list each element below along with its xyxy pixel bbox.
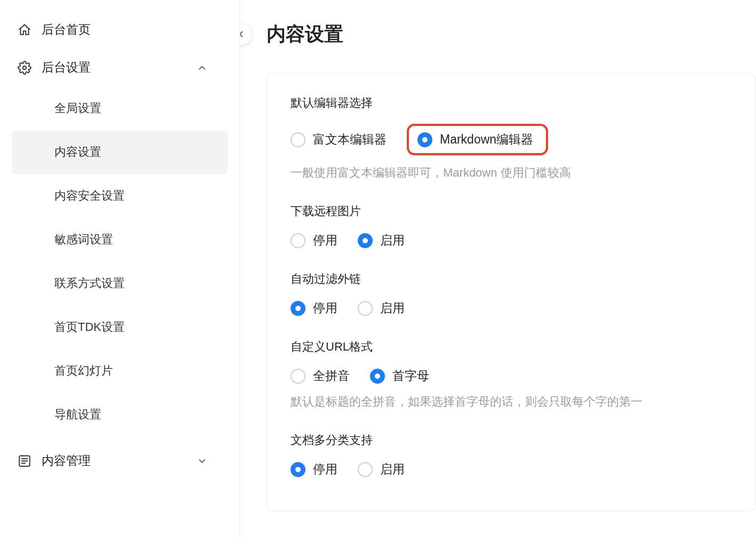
section-hint: 默认是标题的全拼音，如果选择首字母的话，则会只取每个字的第一: [291, 394, 732, 410]
section-title: 默认编辑器选择: [291, 95, 732, 111]
radio-icon: [358, 233, 373, 248]
radio-markdown-editor[interactable]: Markdown编辑器: [417, 131, 533, 148]
radio-remote-img-on[interactable]: 启用: [358, 232, 405, 249]
radio-label: 富文本编辑器: [313, 131, 387, 148]
radio-label: Markdown编辑器: [440, 131, 533, 148]
sidebar-item-label: 导航设置: [54, 408, 101, 421]
radio-icon: [370, 369, 385, 384]
radio-url-pinyin[interactable]: 全拼音: [291, 368, 350, 384]
radio-icon: [291, 132, 305, 147]
radio-icon: [291, 233, 305, 248]
section-title: 自动过滤外链: [291, 271, 732, 287]
sidebar-item-home[interactable]: 后台首页: [0, 11, 239, 49]
highlight-annotation: Markdown编辑器: [407, 124, 548, 155]
radio-icon: [417, 132, 432, 147]
radio-url-initial[interactable]: 首字母: [370, 368, 429, 384]
sidebar-item-label: 后台设置: [42, 59, 91, 76]
sidebar-subitem-content[interactable]: 内容设置: [12, 130, 228, 174]
radio-icon: [291, 369, 305, 384]
content-area: 内容设置 默认编辑器选择 富文本编辑器 Markdown编辑器: [240, 0, 756, 540]
sidebar-sublist-settings: 全局设置 内容设置 内容安全设置 敏感词设置 联系方式设置 首页TDK设置 首页…: [0, 86, 239, 442]
section-remote-image: 下载远程图片 停用 启用: [291, 203, 732, 249]
sidebar-item-label: 首页幻灯片: [54, 364, 113, 377]
section-title: 自定义URL格式: [291, 339, 732, 355]
sidebar-item-label: 敏感词设置: [54, 233, 113, 246]
sidebar-subitem-content-security[interactable]: 内容安全设置: [12, 174, 228, 218]
radio-label: 停用: [313, 300, 337, 316]
radio-icon: [358, 301, 373, 316]
sidebar-subitem-navigation[interactable]: 导航设置: [12, 393, 228, 436]
sidebar-item-label: 内容安全设置: [54, 189, 125, 202]
radio-label: 停用: [313, 461, 337, 478]
radio-filter-on[interactable]: 启用: [358, 300, 405, 316]
radio-multicat-off[interactable]: 停用: [291, 461, 337, 478]
radio-label: 停用: [313, 232, 337, 249]
settings-card: 默认编辑器选择 富文本编辑器 Markdown编辑器 一般使用富文本编辑器即可，…: [267, 73, 756, 511]
chevron-left-icon: [240, 29, 246, 39]
radio-rich-editor[interactable]: 富文本编辑器: [291, 131, 387, 148]
sidebar-item-content-manage[interactable]: 内容管理: [0, 442, 239, 480]
list-icon: [17, 454, 32, 468]
svg-point-0: [23, 66, 27, 69]
sidebar-item-label: 内容管理: [42, 452, 91, 469]
sidebar-subitem-global[interactable]: 全局设置: [12, 86, 228, 130]
sidebar-item-label: 内容设置: [54, 145, 101, 158]
gear-icon: [17, 60, 32, 75]
section-hint: 一般使用富文本编辑器即可，Markdown 使用门槛较高: [291, 165, 732, 181]
chevron-up-icon: [197, 62, 207, 73]
section-default-editor: 默认编辑器选择 富文本编辑器 Markdown编辑器 一般使用富文本编辑器即可，…: [291, 95, 732, 181]
section-filter-links: 自动过滤外链 停用 启用: [291, 271, 732, 316]
sidebar-subitem-contact[interactable]: 联系方式设置: [12, 261, 228, 305]
section-multi-category: 文档多分类支持 停用 启用: [291, 432, 732, 478]
sidebar-subitem-home-slides[interactable]: 首页幻灯片: [12, 349, 228, 393]
home-icon: [17, 22, 32, 37]
chevron-down-icon: [197, 456, 207, 466]
radio-label: 首字母: [392, 368, 429, 384]
sidebar-item-label: 全局设置: [54, 101, 101, 115]
page-title: 内容设置: [267, 21, 756, 47]
radio-icon: [291, 462, 305, 477]
radio-label: 启用: [380, 232, 405, 249]
radio-label: 启用: [380, 461, 405, 478]
section-title: 下载远程图片: [291, 203, 732, 219]
radio-icon: [358, 462, 373, 477]
sidebar-item-label: 首页TDK设置: [54, 320, 125, 333]
radio-label: 启用: [380, 300, 405, 316]
sidebar-subitem-home-tdk[interactable]: 首页TDK设置: [12, 305, 228, 349]
sidebar-item-settings[interactable]: 后台设置: [0, 49, 239, 86]
section-url-format: 自定义URL格式 全拼音 首字母 默认是标题的全拼音，如果选择首字母的话，则会只…: [291, 339, 732, 410]
sidebar-item-label: 后台首页: [42, 21, 91, 38]
sidebar-item-label: 联系方式设置: [54, 276, 125, 290]
radio-remote-img-off[interactable]: 停用: [291, 232, 337, 249]
radio-icon: [291, 301, 305, 316]
sidebar-subitem-sensitive-words[interactable]: 敏感词设置: [12, 218, 228, 261]
section-title: 文档多分类支持: [291, 432, 732, 448]
radio-filter-off[interactable]: 停用: [291, 300, 337, 316]
radio-label: 全拼音: [313, 368, 350, 384]
radio-multicat-on[interactable]: 启用: [358, 461, 405, 478]
sidebar: 后台首页 后台设置 全局设置 内容设置 内容安全设置 敏感词设置 联系方式设置 …: [0, 0, 240, 540]
